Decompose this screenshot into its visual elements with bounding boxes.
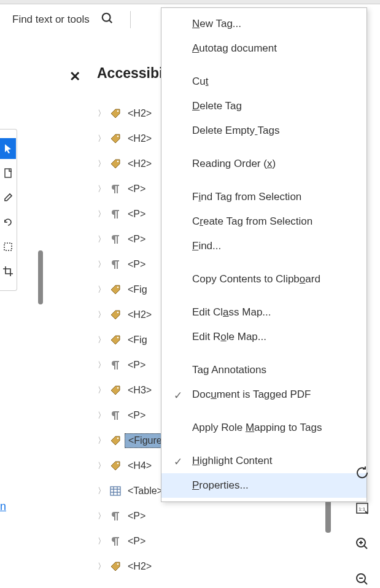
svg-point-12 bbox=[117, 462, 119, 464]
svg-point-5 bbox=[117, 135, 119, 137]
left-toolstrip bbox=[0, 129, 17, 291]
tag-row[interactable]: 〉<P> bbox=[98, 503, 269, 528]
tag-row[interactable]: 〉<P> bbox=[98, 528, 269, 554]
menu-gap bbox=[161, 440, 366, 449]
menu-item[interactable]: Tag Annotations bbox=[161, 358, 366, 382]
tag-label: <Table> bbox=[125, 484, 166, 498]
chevron-right-icon[interactable]: 〉 bbox=[98, 511, 106, 522]
paragraph-icon bbox=[110, 410, 121, 421]
svg-line-1 bbox=[109, 20, 112, 23]
tag-label: <H2> bbox=[125, 560, 155, 573]
close-panel-button[interactable]: ✕ bbox=[69, 69, 80, 85]
tag-icon bbox=[110, 108, 121, 119]
top-bar bbox=[0, 0, 380, 4]
tag-label: <H2> bbox=[125, 132, 155, 145]
link-fragment[interactable]: n bbox=[0, 500, 6, 513]
chevron-right-icon[interactable]: 〉 bbox=[98, 209, 106, 220]
menu-item[interactable]: Edit Role Map... bbox=[161, 325, 366, 349]
undo-tool[interactable] bbox=[0, 212, 16, 233]
tag-icon bbox=[110, 435, 121, 446]
tag-label: <H2> bbox=[125, 157, 155, 171]
menu-item[interactable]: Find Tag from Selection bbox=[161, 185, 366, 209]
svg-text:1:1: 1:1 bbox=[359, 506, 366, 512]
crop-tool[interactable] bbox=[0, 261, 16, 282]
tag-label: <P> bbox=[125, 182, 149, 196]
table-icon bbox=[110, 485, 121, 497]
chevron-right-icon[interactable]: 〉 bbox=[98, 284, 106, 295]
right-tools: 1:1 bbox=[354, 464, 371, 588]
chevron-right-icon[interactable]: 〉 bbox=[98, 485, 106, 497]
tag-icon bbox=[110, 284, 121, 295]
scrollbar[interactable] bbox=[38, 250, 43, 304]
menu-item[interactable]: Autotag document bbox=[161, 36, 366, 61]
svg-rect-13 bbox=[111, 487, 120, 495]
rotate-icon[interactable] bbox=[354, 464, 371, 481]
tag-icon bbox=[110, 561, 121, 572]
chevron-right-icon[interactable]: 〉 bbox=[98, 158, 106, 169]
check-icon: ✓ bbox=[174, 455, 182, 470]
paragraph-icon bbox=[110, 511, 121, 522]
tag-label: <P> bbox=[125, 358, 149, 372]
svg-point-9 bbox=[117, 336, 119, 338]
chevron-right-icon[interactable]: 〉 bbox=[98, 133, 106, 144]
chevron-right-icon[interactable]: 〉 bbox=[98, 385, 106, 396]
menu-item[interactable]: Delete Tag bbox=[161, 94, 366, 118]
chevron-right-icon[interactable]: 〉 bbox=[98, 108, 106, 119]
chevron-right-icon[interactable]: 〉 bbox=[98, 335, 106, 346]
menu-item[interactable]: Create Tag from Selection bbox=[161, 209, 366, 234]
menu-item[interactable]: Properties... bbox=[161, 473, 366, 498]
svg-point-8 bbox=[117, 311, 119, 313]
chevron-right-icon[interactable]: 〉 bbox=[98, 234, 106, 245]
chevron-right-icon[interactable]: 〉 bbox=[98, 410, 106, 421]
edit-tool[interactable] bbox=[0, 187, 16, 208]
chevron-right-icon[interactable]: 〉 bbox=[98, 309, 106, 320]
chevron-right-icon[interactable]: 〉 bbox=[98, 435, 106, 446]
paragraph-icon bbox=[110, 536, 121, 547]
menu-item[interactable]: Delete Empty Tags bbox=[161, 118, 366, 143]
arrow-tool[interactable] bbox=[0, 138, 16, 159]
chevron-right-icon[interactable]: 〉 bbox=[98, 561, 106, 572]
menu-item[interactable]: Cut bbox=[161, 69, 366, 94]
menu-item[interactable]: ✓Document is Tagged PDF bbox=[161, 382, 366, 407]
tag-label: <P> bbox=[125, 233, 149, 246]
menu-item[interactable]: Edit Class Map... bbox=[161, 300, 366, 325]
tag-icon bbox=[110, 335, 121, 346]
menu-item[interactable]: ✓Highlight Content bbox=[161, 449, 366, 473]
zoom-out-icon[interactable] bbox=[354, 571, 371, 588]
menu-item[interactable]: New Tag... bbox=[161, 12, 366, 36]
chevron-right-icon[interactable]: 〉 bbox=[98, 184, 106, 195]
tag-icon bbox=[110, 385, 121, 396]
menu-item[interactable]: Find... bbox=[161, 234, 366, 258]
tag-label: <H3> bbox=[125, 384, 155, 397]
tag-label: <H2> bbox=[125, 107, 155, 120]
svg-point-7 bbox=[117, 286, 119, 288]
svg-line-26 bbox=[364, 581, 367, 584]
menu-gap bbox=[161, 176, 366, 185]
tag-icon bbox=[110, 309, 121, 320]
tag-row[interactable]: 〉<H2> bbox=[98, 554, 269, 579]
tag-label: <P> bbox=[125, 258, 149, 271]
chevron-right-icon[interactable]: 〉 bbox=[98, 259, 106, 270]
tag-label: <Fig bbox=[125, 333, 150, 347]
paragraph-icon bbox=[110, 360, 121, 371]
tag-label: <P> bbox=[125, 509, 149, 523]
chevron-right-icon[interactable]: 〉 bbox=[98, 536, 106, 547]
menu-gap bbox=[161, 61, 366, 69]
svg-point-10 bbox=[117, 387, 119, 389]
actual-size-icon[interactable]: 1:1 bbox=[354, 500, 371, 517]
menu-item[interactable]: Reading Order (x) bbox=[161, 152, 366, 176]
panel-title: Accessibi bbox=[97, 65, 163, 82]
svg-point-4 bbox=[117, 110, 119, 112]
marquee-tool[interactable] bbox=[0, 236, 16, 257]
tag-icon bbox=[110, 158, 121, 169]
tag-label: <P> bbox=[125, 207, 149, 221]
menu-item[interactable]: Copy Contents to Clipboard bbox=[161, 267, 366, 292]
search-icon[interactable] bbox=[101, 12, 114, 28]
page-tool[interactable] bbox=[0, 163, 16, 184]
tag-label: <P> bbox=[125, 409, 149, 422]
chevron-right-icon[interactable]: 〉 bbox=[98, 460, 106, 471]
chevron-right-icon[interactable]: 〉 bbox=[98, 360, 106, 371]
menu-item[interactable]: Apply Role Mapping to Tags bbox=[161, 416, 366, 440]
zoom-in-icon[interactable] bbox=[354, 535, 371, 552]
search-placeholder[interactable]: Find text or tools bbox=[12, 14, 90, 26]
